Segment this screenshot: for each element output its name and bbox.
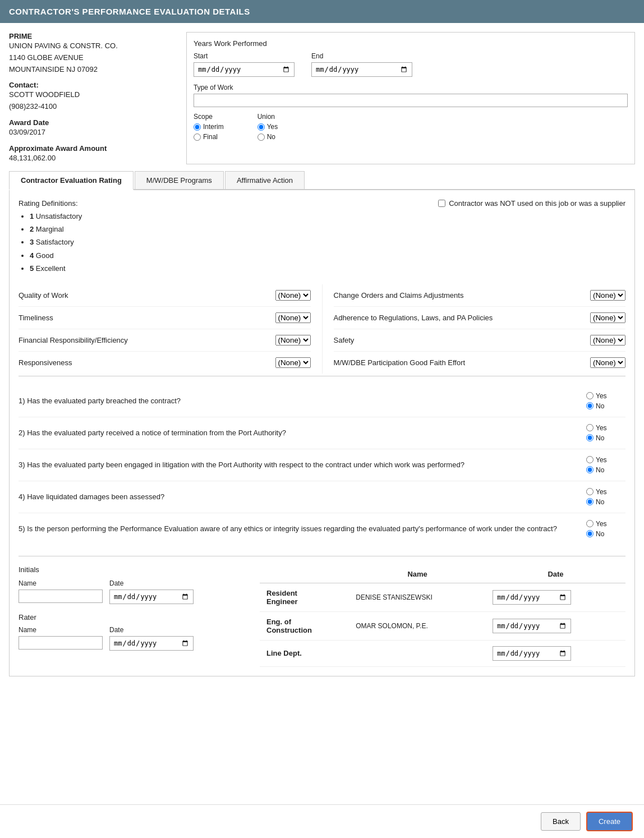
end-label: End: [311, 52, 412, 60]
financial-select[interactable]: (None)12345: [275, 335, 311, 346]
q1-yes-radio[interactable]: [586, 392, 594, 399]
resident-engineer-date-input[interactable]: [493, 590, 571, 605]
q1-no-option[interactable]: No: [586, 402, 625, 410]
scope-final-radio[interactable]: [194, 133, 201, 141]
timeliness-rating-row: Timeliness (None)12345: [19, 307, 311, 329]
union-yes-radio[interactable]: [257, 123, 265, 131]
tab-contractor-evaluation-rating[interactable]: Contractor Evaluation Rating: [9, 171, 134, 190]
award-date: 03/09/2017: [9, 127, 177, 139]
back-button[interactable]: Back: [541, 812, 581, 831]
line-dept-date-cell: [486, 640, 625, 666]
start-date-input[interactable]: [194, 62, 295, 77]
page-wrapper: CONTRACTOR'S PERFORMANCE EVALUATION DETA…: [0, 0, 644, 838]
tab-mwdbe-programs[interactable]: M/W/DBE Programs: [135, 171, 224, 189]
scope-interim-radio[interactable]: [194, 123, 201, 131]
type-of-work-input[interactable]: [194, 94, 628, 107]
question-3-row: 3) Has the evaluated party been engaged …: [19, 449, 625, 481]
rater-name-date-row: Name Date: [19, 626, 243, 651]
q1-yes-option[interactable]: Yes: [586, 392, 625, 400]
q3-yes-option[interactable]: Yes: [586, 456, 625, 464]
q2-yes-option[interactable]: Yes: [586, 424, 625, 432]
create-button[interactable]: Create: [586, 812, 633, 831]
union-section: Union Yes No: [257, 113, 278, 141]
address2: MOUNTAINSIDE NJ 07092: [9, 64, 177, 76]
q4-no-option[interactable]: No: [586, 498, 625, 506]
q2-yes-radio[interactable]: [586, 424, 594, 431]
mwdbe-effort-select[interactable]: (None)12345: [590, 357, 625, 368]
ratings-right-col: Change Orders and Claims Adjustments (No…: [323, 284, 626, 374]
q5-yes-option[interactable]: Yes: [586, 520, 625, 528]
adherence-select[interactable]: (None)12345: [590, 312, 625, 323]
def-item-3: 3 Satisfactory: [30, 236, 82, 248]
scope-label: Scope: [194, 113, 224, 121]
rater-date-input[interactable]: [109, 636, 194, 651]
def-item-2: 2 Marginal: [30, 223, 82, 236]
def-list: 1 Unsatisfactory 2 Marginal 3 Satisfacto…: [19, 210, 82, 275]
q3-no-radio[interactable]: [586, 466, 594, 473]
quality-select[interactable]: (None)12345: [275, 290, 311, 301]
q5-no-option[interactable]: No: [586, 530, 625, 538]
right-form: Years Work Performed Start End Type of W…: [186, 32, 635, 164]
left-info: PRIME UNION PAVING & CONSTR. CO. 1140 GL…: [9, 32, 177, 164]
q3-no-option[interactable]: No: [586, 466, 625, 474]
q3-yes-radio[interactable]: [586, 456, 594, 463]
line-dept-date-input[interactable]: [493, 646, 571, 661]
question-2-text: 2) Has the evaluated party received a no…: [19, 429, 586, 437]
resident-engineer-date-cell: [486, 583, 625, 611]
financial-label: Financial Responsibility/Efficiency: [19, 336, 275, 344]
top-section: PRIME UNION PAVING & CONSTR. CO. 1140 GL…: [9, 32, 635, 164]
award-amount-label: Approximate Award Amount: [9, 144, 177, 153]
prime-label: PRIME: [9, 32, 177, 40]
initials-title: Initials: [19, 565, 243, 574]
initials-name-group: Name: [19, 579, 103, 603]
scope-union-row: Scope Interim Final: [194, 113, 628, 141]
contact-phone: (908)232-4100: [9, 101, 177, 113]
address1: 1140 GLOBE AVENUE: [9, 52, 177, 64]
union-no-option[interactable]: No: [257, 133, 278, 141]
def-item-5: 5 Excellent: [30, 262, 82, 275]
quality-rating-row: Quality of Work (None)12345: [19, 284, 311, 307]
page-title: CONTRACTOR'S PERFORMANCE EVALUATION DETA…: [9, 7, 250, 16]
adherence-label: Adherence to Regulations, Laws, and PA P…: [334, 314, 591, 322]
initials-name-input[interactable]: [19, 590, 103, 603]
scope-interim-option[interactable]: Interim: [194, 123, 224, 131]
q2-no-radio[interactable]: [586, 434, 594, 441]
q2-no-option[interactable]: No: [586, 434, 625, 442]
q4-no-radio[interactable]: [586, 498, 594, 505]
tab-affirmative-action[interactable]: Affirmative Action: [225, 171, 305, 189]
not-used-checkbox[interactable]: [438, 200, 445, 207]
q4-yes-option[interactable]: Yes: [586, 488, 625, 496]
role-col-header: [260, 565, 349, 583]
contact-name: SCOTT WOODFIELD: [9, 89, 177, 101]
rater-name-input[interactable]: [19, 636, 103, 650]
responsiveness-select[interactable]: (None)12345: [275, 357, 311, 368]
question-4-radio: Yes No: [586, 488, 625, 506]
timeliness-select[interactable]: (None)12345: [275, 312, 311, 323]
eng-construction-date-input[interactable]: [493, 619, 571, 633]
safety-rating-row: Safety (None)12345: [334, 329, 626, 352]
approvals-row-eng-construction: Eng. ofConstruction OMAR SOLOMON, P.E.: [260, 611, 625, 640]
q4-yes-radio[interactable]: [586, 488, 594, 495]
rating-header: Rating Definitions: 1 Unsatisfactory 2 M…: [19, 199, 625, 275]
union-no-radio[interactable]: [257, 133, 265, 141]
question-3-text: 3) Has the evaluated party been engaged …: [19, 461, 586, 469]
contact-label: Contact:: [9, 81, 177, 89]
q5-yes-radio[interactable]: [586, 520, 594, 527]
resident-engineer-name: DENISE STANISZEWSKI: [349, 583, 486, 611]
change-orders-select[interactable]: (None)12345: [590, 290, 625, 301]
date-col-header: Date: [486, 565, 625, 583]
union-yes-option[interactable]: Yes: [257, 123, 278, 131]
end-date-input[interactable]: [311, 62, 412, 77]
initials-name-label: Name: [19, 579, 103, 587]
initials-date-input[interactable]: [109, 590, 194, 604]
rater-name-label: Name: [19, 626, 103, 634]
scope-final-option[interactable]: Final: [194, 133, 224, 141]
approvals-col: Name Date ResidentEngineer DENISE STANIS…: [260, 565, 625, 667]
financial-rating-row: Financial Responsibility/Efficiency (Non…: [19, 329, 311, 352]
change-orders-rating-row: Change Orders and Claims Adjustments (No…: [334, 284, 626, 307]
safety-select[interactable]: (None)12345: [590, 335, 625, 346]
q5-no-radio[interactable]: [586, 530, 594, 537]
initials-col: Initials Name Date Rater: [19, 565, 243, 667]
union-label: Union: [257, 113, 278, 121]
q1-no-radio[interactable]: [586, 402, 594, 409]
